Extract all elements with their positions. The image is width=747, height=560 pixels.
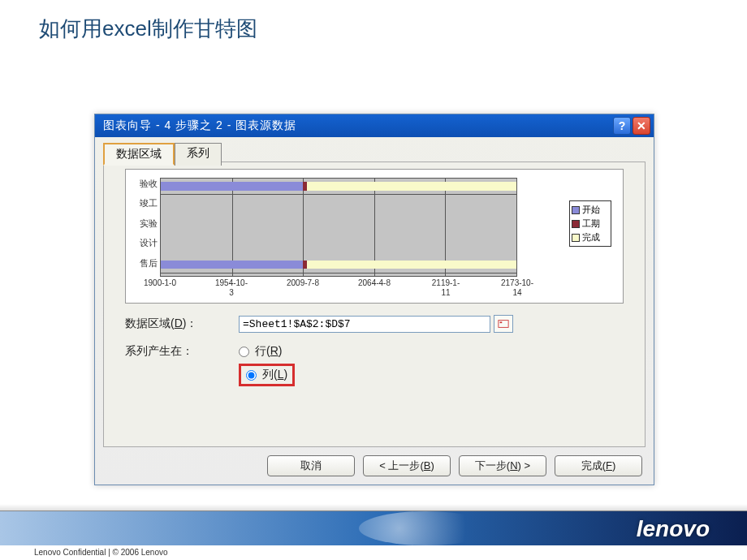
back-button[interactable]: < 上一步(B) (363, 455, 451, 476)
chart-preview: 验收 竣工 实验 设计 售后 (125, 169, 624, 304)
radio-column[interactable]: 列(L) (246, 368, 287, 382)
y-cat-4: 售后 (129, 257, 158, 277)
y-cat-1: 竣工 (129, 197, 158, 217)
range-picker-button[interactable] (494, 315, 513, 333)
legend-item-2: 完成 (572, 231, 609, 243)
y-cat-2: 实验 (129, 218, 158, 237)
x-tick-2: 2009-7-8 (287, 278, 319, 287)
footer-band (0, 511, 747, 545)
close-button[interactable]: ✕ (633, 117, 650, 135)
chart-legend: 开始 工期 完成 (569, 200, 611, 247)
series-in-label: 系列产生在： (125, 344, 239, 359)
y-cat-3: 设计 (129, 237, 158, 256)
chart-plot-area (160, 178, 517, 277)
legend-label-0: 开始 (582, 204, 600, 216)
chart-wizard-dialog: 图表向导 - 4 步骤之 2 - 图表源数据 ? ✕ 数据区域 系列 验收 竣工… (94, 114, 654, 485)
legend-item-1: 工期 (572, 218, 609, 230)
radio-row[interactable]: 行(R) (239, 344, 295, 359)
radio-row-label: 行(R) (255, 344, 282, 359)
x-tick-5: 2173-10- (501, 278, 533, 287)
x-sub-2: 14 (512, 288, 521, 297)
dialog-titlebar: 图表向导 - 4 步骤之 2 - 图表源数据 ? ✕ (95, 114, 654, 137)
next-button[interactable]: 下一步(N) > (459, 455, 546, 476)
x-tick-0: 1900-1-0 (144, 278, 176, 287)
highlight-box: 列(L) (239, 364, 295, 386)
y-cat-0: 验收 (129, 178, 158, 197)
svg-rect-1 (500, 321, 503, 323)
series-in-row: 系列产生在： 行(R) 列(L) (125, 344, 624, 386)
radio-column-input[interactable] (246, 370, 257, 381)
tab-strip: 数据区域 系列 (103, 142, 662, 165)
decorative-shadow (0, 504, 747, 510)
dialog-button-bar: 取消 < 上一步(B) 下一步(N) > 完成(F) (267, 455, 642, 476)
legend-label-1: 工期 (582, 218, 600, 230)
lenovo-logo: lenovo (637, 516, 710, 542)
x-tick-3: 2064-4-8 (358, 278, 391, 287)
cancel-button[interactable]: 取消 (267, 455, 355, 476)
legend-item-0: 开始 (572, 204, 609, 216)
radio-row-input[interactable] (239, 347, 249, 357)
svg-rect-0 (499, 321, 508, 328)
series-radio-group: 行(R) 列(L) (239, 344, 295, 386)
confidential-text: Lenovo Confidential | © 2006 Lenovo (34, 548, 168, 557)
legend-label-2: 完成 (582, 231, 600, 243)
data-range-label: 数据区域(D)： (125, 317, 239, 331)
x-axis-labels: 1900-1-0 1954-10- 2009-7-8 2064-4-8 2119… (160, 278, 517, 301)
radio-column-label: 列(L) (262, 368, 287, 382)
y-axis-labels: 验收 竣工 实验 设计 售后 (129, 178, 158, 277)
tab-data-range[interactable]: 数据区域 (103, 143, 175, 166)
tab-content: 验收 竣工 实验 设计 售后 (103, 162, 646, 447)
help-button[interactable]: ? (613, 117, 631, 135)
x-tick-4: 2119-1- (432, 278, 460, 287)
tab-series[interactable]: 系列 (175, 143, 222, 166)
x-sub-1: 11 (441, 288, 450, 297)
page-title: 如何用excel制作甘特图 (39, 15, 257, 43)
data-range-input[interactable] (239, 316, 490, 333)
x-sub-0: 3 (229, 288, 234, 297)
dialog-body: 数据区域 系列 验收 竣工 实验 设计 售后 (95, 137, 654, 485)
dialog-title: 图表向导 - 4 步骤之 2 - 图表源数据 (103, 118, 611, 133)
data-range-row: 数据区域(D)： (125, 315, 624, 333)
finish-button[interactable]: 完成(F) (555, 455, 642, 476)
x-tick-1: 1954-10- (215, 278, 248, 287)
